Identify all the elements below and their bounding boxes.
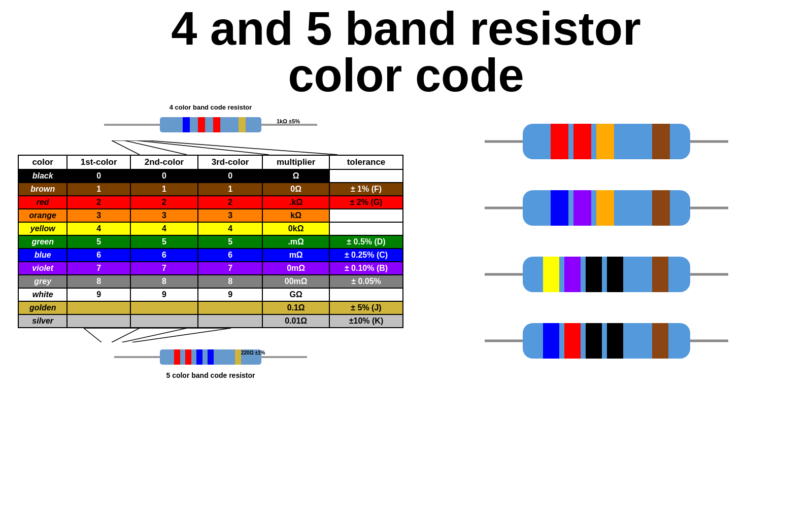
col-1st-val: 6 — [67, 249, 130, 262]
col-1st-val — [67, 301, 130, 314]
col-tol-val: ± 1% (F) — [329, 183, 403, 196]
col-3rd-val: 5 — [198, 235, 262, 249]
table-row: red222.kΩ± 2% (G) — [18, 196, 403, 209]
resistor-illus-4 — [485, 317, 728, 365]
col-2nd-val — [130, 314, 198, 328]
svg-rect-38 — [573, 190, 591, 226]
table-row: orange333kΩ — [18, 209, 403, 222]
svg-rect-22 — [185, 349, 191, 365]
col-1st-val: 5 — [67, 235, 130, 249]
svg-rect-3 — [183, 117, 190, 132]
color-name: grey — [18, 275, 67, 288]
svg-rect-39 — [596, 190, 614, 226]
col-tol-val: ± 0.05% — [329, 275, 403, 288]
svg-line-15 — [122, 328, 187, 342]
col-3rd-val: 0 — [198, 169, 262, 183]
color-name: yellow — [18, 222, 67, 235]
table-row: green555.mΩ± 0.5% (D) — [18, 235, 403, 249]
table-row: brown1110Ω± 1% (F) — [18, 183, 403, 196]
svg-rect-6 — [239, 117, 246, 132]
svg-rect-47 — [607, 257, 623, 292]
svg-rect-21 — [174, 349, 180, 365]
col-3rd-val — [198, 314, 262, 328]
col-mult-val: 00mΩ — [262, 275, 329, 288]
col-2nd-val: 3 — [130, 209, 198, 222]
col-1st-val: 8 — [67, 275, 130, 288]
svg-line-13 — [84, 328, 101, 342]
svg-rect-40 — [652, 190, 670, 226]
svg-rect-5 — [213, 117, 220, 132]
resistor-illus-3 — [485, 251, 728, 299]
color-name: red — [18, 196, 67, 209]
col-color: color — [18, 155, 67, 169]
5band-bracket-area — [18, 328, 403, 342]
svg-rect-53 — [564, 323, 581, 359]
col-tol-val: ± 5% (J) — [329, 301, 403, 314]
col-2nd-val: 6 — [130, 249, 198, 262]
table-row: white999GΩ — [18, 288, 403, 301]
table-row: golden0.1Ω± 5% (J) — [18, 301, 403, 314]
5band-label: 5 color band code resistor — [166, 371, 255, 379]
svg-rect-55 — [607, 323, 623, 359]
col-mult: multiplier — [262, 155, 329, 169]
col-tol-val: ± 0.5% (D) — [329, 235, 403, 249]
col-mult-val: 0.1Ω — [262, 301, 329, 314]
svg-rect-46 — [586, 257, 602, 292]
col-3rd-val: 4 — [198, 222, 262, 235]
col-2nd-val: 2 — [130, 196, 198, 209]
col-1st-val — [67, 314, 130, 328]
color-name: orange — [18, 209, 67, 222]
color-name: golden — [18, 301, 67, 314]
4band-resistor: 1kΩ ±5% — [104, 112, 317, 139]
col-2nd-val: 0 — [130, 169, 198, 183]
svg-rect-37 — [551, 190, 568, 226]
col-mult-val: Ω — [262, 169, 329, 183]
svg-line-14 — [112, 328, 140, 342]
col-mult-val: kΩ — [262, 209, 329, 222]
col-mult-val: 0Ω — [262, 183, 329, 196]
col-2nd: 2nd-color — [130, 155, 198, 169]
col-tol-val: ± 0.10% (B) — [329, 262, 403, 275]
col-2nd-val: 1 — [130, 183, 198, 196]
col-2nd-val: 4 — [130, 222, 198, 235]
col-3rd-val: 2 — [198, 196, 262, 209]
svg-rect-2 — [160, 117, 261, 132]
col-1st: 1st-color — [67, 155, 130, 169]
color-name: violet — [18, 262, 67, 275]
col-mult-val: GΩ — [262, 288, 329, 301]
col-2nd-val: 7 — [130, 262, 198, 275]
col-tol-val: ± 2% (G) — [329, 196, 403, 209]
5band-section: 220Ω ±1% 5 color band code resistor — [10, 344, 411, 379]
left-section: 4 color band code resistor 1kΩ ±5% — [10, 103, 411, 379]
col-tol: tolerance — [329, 155, 403, 169]
table-row: yellow4440kΩ — [18, 222, 403, 235]
col-3rd-val — [198, 301, 262, 314]
table-row: black000Ω — [18, 169, 403, 183]
svg-rect-25 — [235, 349, 241, 365]
col-mult-val: .kΩ — [262, 196, 329, 209]
svg-line-16 — [132, 328, 231, 342]
svg-rect-4 — [198, 117, 205, 132]
svg-rect-23 — [196, 349, 202, 365]
col-3rd-val: 1 — [198, 183, 262, 196]
svg-rect-48 — [652, 257, 668, 292]
color-name: silver — [18, 314, 67, 328]
color-name: green — [18, 235, 67, 249]
table-row: silver0.01Ω±10% (K) — [18, 314, 403, 328]
col-3rd-val: 6 — [198, 249, 262, 262]
color-table: color 1st-color 2nd-color 3rd-color mult… — [18, 155, 403, 328]
col-mult-val: 0mΩ — [262, 262, 329, 275]
resistor-illus-2 — [485, 184, 728, 232]
svg-rect-45 — [564, 257, 581, 292]
col-tol-val: ± 0.25% (C) — [329, 249, 403, 262]
svg-rect-24 — [208, 349, 214, 365]
bracket-area — [18, 140, 403, 155]
col-3rd-val: 3 — [198, 209, 262, 222]
col-tol-val: ±10% (K) — [329, 314, 403, 328]
col-tol-val — [329, 209, 403, 222]
right-section — [411, 103, 802, 379]
col-2nd-val: 8 — [130, 275, 198, 288]
table-row: violet7770mΩ± 0.10% (B) — [18, 262, 403, 275]
col-mult-val: 0kΩ — [262, 222, 329, 235]
table-row: blue666mΩ± 0.25% (C) — [18, 249, 403, 262]
